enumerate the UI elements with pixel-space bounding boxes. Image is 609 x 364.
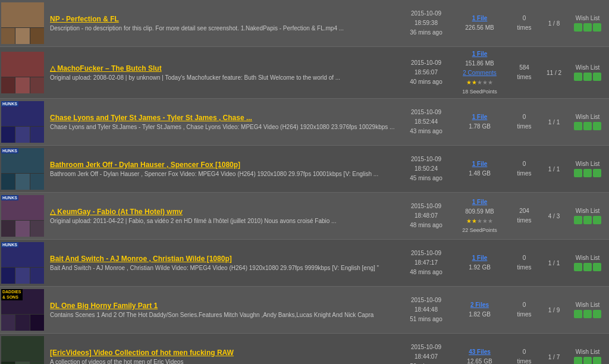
dl-btn-1[interactable] — [574, 310, 582, 318]
list-item: △ MachoFucker – The Butch Slut Original … — [0, 47, 609, 99]
item-title-link[interactable]: Chase Lyons and Tyler St James - Tyler S… — [50, 114, 252, 122]
file-size: 1.78 GB — [451, 122, 508, 131]
dl-btn-1[interactable] — [574, 122, 582, 130]
item-title-link[interactable]: Bathroom Jerk Off - Dylan Hauser , Spenc… — [50, 161, 240, 169]
dl-btn-3[interactable] — [593, 23, 601, 32]
wishlist-label: Wish List — [576, 161, 600, 167]
thumb-small — [15, 315, 29, 331]
dl-btn-2[interactable] — [583, 357, 592, 364]
dl-buttons — [574, 216, 601, 224]
date-col: 2015-10-09 18:50:24 45 mins ago — [401, 155, 451, 183]
item-title-link[interactable]: [EricVideos] Video Collection of hot men… — [50, 349, 234, 357]
item-title-link[interactable]: △ MachoFucker – The Butch Slut — [50, 64, 162, 73]
thumb-row — [1, 28, 44, 44]
thumb-row — [1, 77, 44, 93]
star-icon: ★ — [466, 218, 472, 224]
wishlist-col: Wish List — [567, 208, 608, 224]
dl-btn-2[interactable] — [583, 73, 592, 81]
file-count[interactable]: 1 File — [451, 112, 508, 122]
thumb-main — [1, 336, 44, 361]
wishlist-label: Wish List — [576, 349, 600, 355]
item-ago: 48 mins ago — [401, 268, 451, 277]
thumb-small — [30, 315, 44, 331]
item-title-link[interactable]: DL One Big Horny Family Part 1 — [50, 302, 158, 310]
file-count[interactable]: 2 Files — [451, 300, 508, 310]
times-label: times — [508, 216, 541, 225]
date-col: 2015-10-09 18:48:07 48 mins ago — [401, 202, 451, 230]
dl-btn-1[interactable] — [574, 73, 582, 81]
item-title-link[interactable]: △ KeumGay - Fabio (At The Hotel) wmv — [50, 208, 183, 216]
item-title[interactable]: NP - Perfection & FL — [50, 15, 398, 23]
dl-btn-3[interactable] — [593, 310, 601, 318]
thumb-small — [30, 127, 44, 143]
wishlist-col: Wish List — [567, 302, 608, 318]
item-date: 2015-10-09 — [401, 249, 451, 258]
item-title[interactable]: [EricVideos] Video Collection of hot men… — [50, 349, 398, 357]
thumbnail: HUNKS — [1, 101, 44, 143]
list-item: DADDIES& SONS DL One Big Horny Family Pa… — [0, 287, 609, 334]
dl-btn-3[interactable] — [593, 263, 601, 271]
item-title[interactable]: Bait And Switch - AJ Monroe , Christian … — [50, 255, 398, 263]
item-title-link[interactable]: Bait And Switch - AJ Monroe , Christian … — [50, 255, 232, 263]
pages-col: 1 / 8 — [541, 20, 567, 27]
item-title[interactable]: Chase Lyons and Tyler St James - Tyler S… — [50, 114, 398, 122]
item-title-link[interactable]: NP - Perfection & FL — [50, 15, 119, 23]
item-time: 18:47:17 — [401, 258, 451, 268]
dl-btn-3[interactable] — [593, 122, 601, 130]
pages-col: 11 / 2 — [541, 70, 567, 76]
dl-btn-2[interactable] — [583, 122, 592, 130]
file-count[interactable]: 1 File — [451, 159, 508, 169]
dl-btn-3[interactable] — [593, 169, 601, 177]
thumb-small — [1, 127, 15, 143]
item-title[interactable]: DL One Big Horny Family Part 1 — [50, 302, 398, 310]
thumb-small — [30, 362, 44, 364]
dl-btn-2[interactable] — [583, 263, 592, 271]
dl-btn-2[interactable] — [583, 310, 592, 318]
times-value: 0 — [508, 347, 541, 357]
dl-btn-1[interactable] — [574, 23, 582, 32]
dl-btn-2[interactable] — [583, 216, 592, 224]
item-ago: 43 mins ago — [401, 127, 451, 136]
dl-btn-1[interactable] — [574, 216, 582, 224]
wishlist-col: Wish List — [567, 349, 608, 364]
dl-btn-3[interactable] — [593, 357, 601, 364]
item-info: NP - Perfection & FL Description - no de… — [48, 14, 401, 33]
pages-col: 1 / 1 — [541, 166, 567, 172]
file-col: 1 File 151.86 MB 2 Comments ★★★★★18 Seed… — [451, 49, 508, 96]
dl-btn-2[interactable] — [583, 169, 592, 177]
file-count[interactable]: 1 File — [451, 14, 508, 23]
list-item: NP - Perfection & FL Description - no de… — [0, 0, 609, 47]
dl-btn-2[interactable] — [583, 23, 592, 32]
thumb-small — [1, 174, 15, 190]
times-col: 204 times — [508, 206, 541, 225]
date-col: 2015-10-09 18:44:07 52 mins ago — [401, 343, 451, 364]
dl-btn-1[interactable] — [574, 169, 582, 177]
times-col: 0 times — [508, 300, 541, 319]
dl-buttons — [574, 73, 601, 81]
dl-btn-3[interactable] — [593, 73, 601, 81]
item-title[interactable]: △ KeumGay - Fabio (At The Hotel) wmv — [50, 208, 398, 216]
dl-btn-1[interactable] — [574, 263, 582, 271]
file-col: 1 File 226.56 MB — [451, 14, 508, 33]
pages-col: 4 / 3 — [541, 213, 567, 219]
dl-btn-3[interactable] — [593, 216, 601, 224]
file-count[interactable]: 1 File — [451, 49, 508, 59]
item-title[interactable]: Bathroom Jerk Off - Dylan Hauser , Spenc… — [50, 161, 398, 169]
file-count[interactable]: 43 Files — [451, 347, 508, 357]
star-icon: ★ — [472, 218, 477, 224]
date-col: 2015-10-09 18:44:48 51 mins ago — [401, 296, 451, 324]
thumb-main — [1, 2, 44, 27]
file-count[interactable]: 1 File — [451, 197, 508, 207]
thumbnail: HUNKS — [1, 242, 44, 284]
comments-link[interactable]: 2 Comments — [463, 70, 497, 76]
item-title[interactable]: △ MachoFucker – The Butch Slut — [50, 64, 398, 73]
file-count[interactable]: 1 File — [451, 253, 508, 263]
item-time: 18:56:07 — [401, 68, 451, 77]
pages-value: 1 / 1 — [541, 260, 567, 266]
date-col: 2015-10-09 18:47:17 48 mins ago — [401, 249, 451, 277]
item-time: 18:48:07 — [401, 211, 451, 221]
dl-btn-1[interactable] — [574, 357, 582, 364]
item-ago: 52 mins ago — [401, 362, 451, 364]
times-value: 0 — [508, 159, 541, 169]
item-info: Chase Lyons and Tyler St James - Tyler S… — [48, 112, 401, 132]
